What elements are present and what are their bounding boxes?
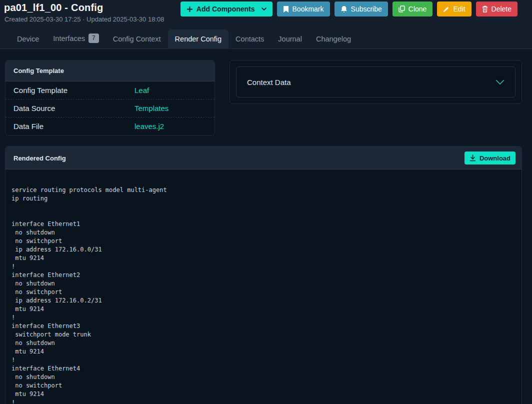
interfaces-count-badge: 7: [88, 34, 99, 43]
config-template-card-title: Config Template: [6, 60, 214, 82]
bell-icon: [340, 6, 348, 13]
rendered-config-title: Rendered Config: [14, 154, 66, 162]
tab-render-config[interactable]: Render Config: [168, 30, 229, 49]
add-components-button[interactable]: Add Components: [180, 2, 272, 16]
clone-label: Clone: [408, 5, 427, 13]
tab-config-context-label: Config Context: [113, 35, 161, 43]
header-actions: Add Components Bookmark Subscribe Clone …: [180, 2, 518, 16]
tab-contacts-label: Contacts: [236, 35, 264, 43]
data-source-link[interactable]: Templates: [134, 104, 168, 112]
data-file-link[interactable]: leaves.j2: [134, 122, 164, 130]
clone-button[interactable]: Clone: [392, 2, 433, 16]
config-template-link[interactable]: Leaf: [134, 86, 149, 94]
main-content: Config Template Config Template Leaf Dat…: [0, 49, 532, 404]
download-label: Download: [480, 154, 510, 162]
page-subtitle: Created 2025-03-30 17:25 · Updated 2025-…: [4, 16, 164, 23]
pencil-icon: [443, 6, 450, 12]
tab-render-config-label: Render Config: [175, 35, 222, 43]
add-components-label: Add Components: [196, 5, 255, 13]
tab-interfaces[interactable]: Interfaces 7: [46, 28, 106, 49]
row-value: leaves.j2: [134, 122, 164, 130]
tab-changelog-label: Changelog: [316, 35, 351, 43]
rendered-config-card: Rendered Config Download service routing…: [5, 146, 522, 404]
subscribe-button[interactable]: Subscribe: [334, 2, 388, 16]
edit-button[interactable]: Edit: [437, 2, 471, 16]
table-row: Config Template Leaf: [6, 82, 214, 99]
chevron-down-icon: [262, 8, 266, 11]
context-data-card: Context Data: [230, 60, 522, 104]
rendered-config-header: Rendered Config Download: [6, 146, 522, 170]
table-row: Data File leaves.j2: [6, 117, 214, 135]
row-label: Data File: [14, 122, 134, 130]
row-value: Leaf: [134, 86, 149, 94]
row-label: Config Template: [14, 86, 134, 94]
copy-icon: [398, 6, 405, 12]
tab-device-label: Device: [17, 35, 39, 43]
page-title: pa01_lf1_00 - Config: [4, 2, 104, 14]
rendered-config-code[interactable]: service routing protocols model multi-ag…: [6, 170, 522, 404]
page-header: pa01_lf1_00 - Config Created 2025-03-30 …: [0, 0, 532, 49]
tab-changelog[interactable]: Changelog: [309, 30, 358, 49]
config-template-card: Config Template Config Template Leaf Dat…: [5, 60, 215, 136]
tab-device[interactable]: Device: [10, 30, 46, 49]
download-icon: [470, 154, 476, 162]
tab-contacts[interactable]: Contacts: [228, 30, 271, 49]
tab-journal-label: Journal: [278, 35, 302, 43]
bookmark-icon: [283, 6, 289, 13]
tab-config-context[interactable]: Config Context: [106, 30, 168, 49]
edit-label: Edit: [453, 5, 465, 13]
bookmark-button[interactable]: Bookmark: [277, 2, 330, 16]
tab-interfaces-label: Interfaces: [53, 34, 85, 42]
row-label: Data Source: [14, 104, 134, 112]
chevron-down-icon: [496, 80, 504, 85]
trash-icon: [482, 6, 488, 12]
subscribe-label: Subscribe: [351, 5, 382, 13]
context-data-accordion-toggle[interactable]: Context Data: [236, 66, 516, 98]
delete-label: Delete: [492, 5, 512, 13]
plus-icon: [186, 6, 193, 12]
row-value: Templates: [134, 104, 168, 112]
download-button[interactable]: Download: [464, 152, 516, 164]
tab-journal[interactable]: Journal: [271, 30, 309, 49]
delete-button[interactable]: Delete: [476, 2, 518, 16]
table-row: Data Source Templates: [6, 99, 214, 117]
bookmark-label: Bookmark: [292, 5, 324, 13]
context-data-title: Context Data: [247, 78, 291, 86]
tab-bar: Device Interfaces 7 Config Context Rende…: [10, 28, 358, 49]
